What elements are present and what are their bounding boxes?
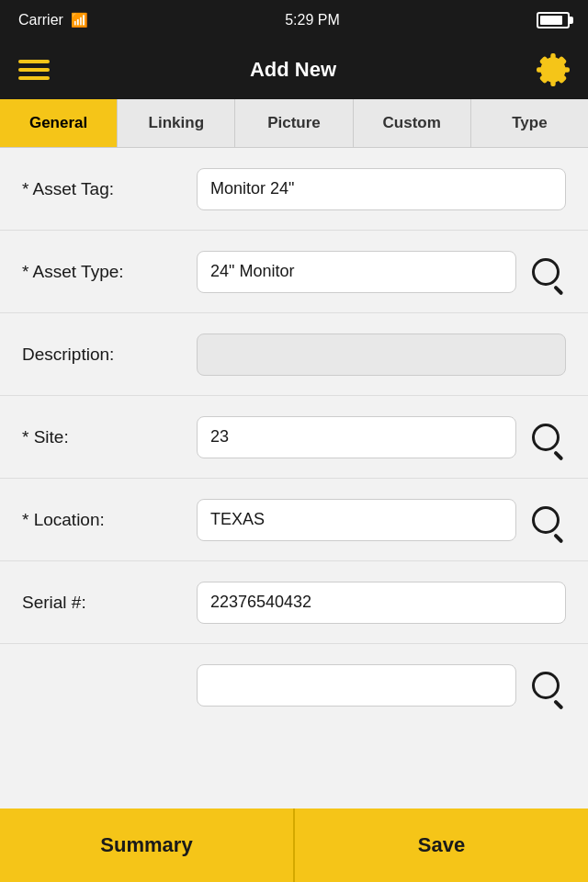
serial-row: Serial #: bbox=[0, 561, 588, 644]
partial-search-icon bbox=[532, 672, 560, 699]
partial-input[interactable] bbox=[197, 664, 516, 707]
site-label: * Site: bbox=[22, 427, 197, 447]
location-row: * Location: bbox=[0, 479, 588, 561]
description-label: Description: bbox=[22, 345, 197, 365]
site-input[interactable] bbox=[197, 416, 516, 458]
asset-type-input[interactable] bbox=[197, 251, 516, 293]
action-bar: Summary Save bbox=[0, 808, 588, 882]
serial-input[interactable] bbox=[197, 582, 566, 624]
settings-gear-icon[interactable] bbox=[537, 53, 570, 86]
asset-type-input-wrap bbox=[197, 251, 566, 293]
nav-bar: Add New bbox=[0, 40, 588, 99]
save-button[interactable]: Save bbox=[295, 808, 588, 882]
serial-input-wrap bbox=[197, 582, 566, 624]
menu-line-1 bbox=[18, 60, 50, 63]
form-content: * Asset Tag: * Asset Type: Description: … bbox=[0, 148, 588, 727]
tab-type[interactable]: Type bbox=[471, 99, 588, 147]
site-search-button[interactable] bbox=[526, 417, 566, 458]
tab-picture[interactable]: Picture bbox=[235, 99, 353, 147]
description-input-wrap bbox=[197, 334, 566, 376]
menu-line-3 bbox=[18, 76, 50, 80]
asset-type-search-icon bbox=[532, 258, 560, 286]
partial-input-wrap bbox=[197, 664, 566, 707]
tab-general[interactable]: General bbox=[0, 99, 118, 147]
status-bar: Carrier 📶 5:29 PM bbox=[0, 0, 588, 40]
partial-search-button[interactable] bbox=[526, 665, 566, 706]
summary-button[interactable]: Summary bbox=[0, 808, 295, 882]
tab-bar: General Linking Picture Custom Type bbox=[0, 99, 588, 148]
description-row: Description: bbox=[0, 313, 588, 396]
carrier-label: Carrier bbox=[18, 12, 63, 28]
menu-line-2 bbox=[18, 68, 50, 72]
asset-tag-label: * Asset Tag: bbox=[22, 179, 197, 199]
battery-icon bbox=[537, 12, 570, 28]
location-search-icon bbox=[532, 506, 560, 534]
status-bar-left: Carrier 📶 bbox=[18, 12, 88, 28]
site-search-icon bbox=[532, 424, 560, 451]
tab-custom[interactable]: Custom bbox=[354, 99, 471, 147]
site-input-wrap bbox=[197, 416, 566, 458]
location-search-button[interactable] bbox=[526, 500, 566, 540]
asset-tag-row: * Asset Tag: bbox=[0, 148, 588, 231]
asset-type-search-button[interactable] bbox=[526, 252, 566, 292]
hamburger-menu-button[interactable] bbox=[18, 60, 50, 80]
status-time: 5:29 PM bbox=[285, 12, 340, 28]
page-title: Add New bbox=[250, 58, 336, 82]
asset-tag-input-wrap bbox=[197, 168, 566, 210]
location-input[interactable] bbox=[197, 499, 516, 541]
location-input-wrap bbox=[197, 499, 566, 541]
asset-type-row: * Asset Type: bbox=[0, 231, 588, 313]
site-row: * Site: bbox=[0, 396, 588, 479]
wifi-icon: 📶 bbox=[71, 12, 88, 28]
tab-linking[interactable]: Linking bbox=[118, 99, 235, 147]
partial-row bbox=[0, 644, 588, 727]
serial-label: Serial #: bbox=[22, 593, 197, 613]
asset-type-label: * Asset Type: bbox=[22, 262, 197, 282]
battery-fill bbox=[540, 16, 562, 25]
description-input[interactable] bbox=[197, 334, 566, 376]
location-label: * Location: bbox=[22, 510, 197, 530]
asset-tag-input[interactable] bbox=[197, 168, 566, 210]
